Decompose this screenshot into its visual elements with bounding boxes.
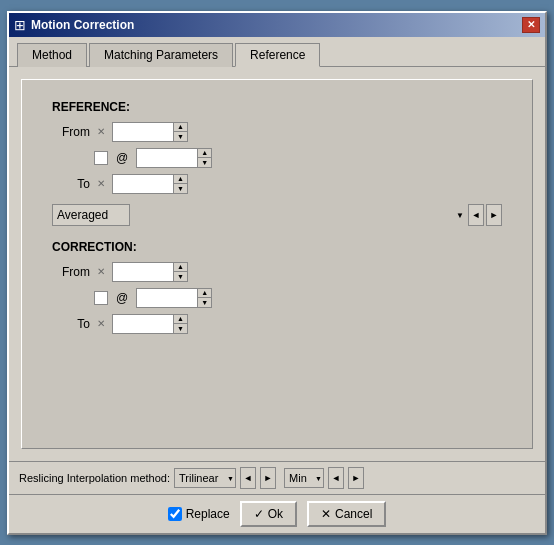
reference-at-spin-down[interactable]: ▼ [198, 158, 211, 167]
reference-at-spin-buttons: ▲ ▼ [197, 149, 211, 167]
min-dropdown-wrapper: Min ▼ [284, 468, 324, 488]
correction-to-spin-buttons: ▲ ▼ [173, 315, 187, 333]
content-area: REFERENCE: From ✕ ▲ ▼ @ [9, 67, 545, 461]
interp-select[interactable]: Trilinear [174, 468, 236, 488]
reference-to-spin-buttons: ▲ ▼ [173, 175, 187, 193]
reference-from-input[interactable] [113, 123, 173, 141]
replace-label: Replace [186, 507, 230, 521]
tab-method[interactable]: Method [17, 43, 87, 67]
reference-to-spin-up[interactable]: ▲ [174, 175, 187, 184]
correction-at-spin-up[interactable]: ▲ [198, 289, 211, 298]
app-icon: ⊞ [14, 17, 26, 33]
interp-nav-left[interactable]: ◄ [240, 467, 256, 489]
reference-nav-left[interactable]: ◄ [468, 204, 484, 226]
reference-at-label: @ [116, 151, 128, 165]
bottom-bar: Reslicing Interpolation method: Trilinea… [9, 461, 545, 494]
tabs-row: Method Matching Parameters Reference [9, 37, 545, 67]
reference-at-input[interactable] [137, 149, 197, 167]
reference-dropdown-wrapper: Averaged ▼ [52, 204, 466, 226]
correction-at-row: @ ▲ ▼ [52, 288, 502, 308]
correction-from-spin-down[interactable]: ▼ [174, 272, 187, 281]
ok-button[interactable]: ✓ Ok [240, 501, 297, 527]
reference-at-spinbox: ▲ ▼ [136, 148, 212, 168]
correction-to-input[interactable] [113, 315, 173, 333]
reference-from-row: From ✕ ▲ ▼ [52, 122, 502, 142]
reference-to-spin-down[interactable]: ▼ [174, 184, 187, 193]
correction-from-spin-up[interactable]: ▲ [174, 263, 187, 272]
correction-from-spinbox: ▲ ▼ [112, 262, 188, 282]
titlebar-left: ⊞ Motion Correction [14, 17, 134, 33]
replace-checkbox[interactable] [168, 507, 182, 521]
correction-to-spin-up[interactable]: ▲ [174, 315, 187, 324]
close-button[interactable]: ✕ [522, 17, 540, 33]
reference-nav-right[interactable]: ► [486, 204, 502, 226]
reference-dropdown[interactable]: Averaged [52, 204, 130, 226]
reference-from-spin-buttons: ▲ ▼ [173, 123, 187, 141]
replace-row: Replace [168, 507, 230, 521]
cancel-button[interactable]: ✕ Cancel [307, 501, 386, 527]
reference-panel: REFERENCE: From ✕ ▲ ▼ @ [21, 79, 533, 449]
ok-check-icon: ✓ [254, 507, 264, 521]
reference-to-row: To ✕ ▲ ▼ [52, 174, 502, 194]
window-title: Motion Correction [31, 18, 134, 32]
interp-nav-right[interactable]: ► [260, 467, 276, 489]
reference-to-spinbox: ▲ ▼ [112, 174, 188, 194]
correction-at-input[interactable] [137, 289, 197, 307]
reference-to-clear[interactable]: ✕ [94, 177, 108, 191]
reference-at-checkbox[interactable] [94, 151, 108, 165]
correction-from-spin-buttons: ▲ ▼ [173, 263, 187, 281]
ok-label: Ok [268, 507, 283, 521]
action-row: Replace ✓ Ok ✕ Cancel [9, 494, 545, 533]
correction-from-label: From [52, 265, 90, 279]
reference-dropdown-row: Averaged ▼ ◄ ► [52, 204, 502, 226]
titlebar: ⊞ Motion Correction ✕ [9, 13, 545, 37]
tab-reference[interactable]: Reference [235, 43, 320, 67]
interp-dropdown-wrapper: Trilinear ▼ [174, 468, 236, 488]
reference-at-row: @ ▲ ▼ [52, 148, 502, 168]
correction-to-row: To ✕ ▲ ▼ [52, 314, 502, 334]
reference-section-label: REFERENCE: [52, 100, 502, 114]
min-nav-left[interactable]: ◄ [328, 467, 344, 489]
min-nav-right[interactable]: ► [348, 467, 364, 489]
reslicing-label: Reslicing Interpolation method: [19, 472, 170, 484]
correction-to-label: To [52, 317, 90, 331]
reference-from-clear[interactable]: ✕ [94, 125, 108, 139]
correction-at-label: @ [116, 291, 128, 305]
correction-from-row: From ✕ ▲ ▼ [52, 262, 502, 282]
cancel-x-icon: ✕ [321, 507, 331, 521]
motion-correction-window: ⊞ Motion Correction ✕ Method Matching Pa… [7, 11, 547, 535]
reference-to-label: To [52, 177, 90, 191]
close-icon: ✕ [527, 19, 535, 30]
correction-from-input[interactable] [113, 263, 173, 281]
min-select[interactable]: Min [284, 468, 324, 488]
correction-to-clear[interactable]: ✕ [94, 317, 108, 331]
cancel-label: Cancel [335, 507, 372, 521]
correction-at-checkbox[interactable] [94, 291, 108, 305]
correction-at-spinbox: ▲ ▼ [136, 288, 212, 308]
reference-from-label: From [52, 125, 90, 139]
correction-to-spin-down[interactable]: ▼ [174, 324, 187, 333]
reference-from-spin-down[interactable]: ▼ [174, 132, 187, 141]
reference-to-input[interactable] [113, 175, 173, 193]
reference-from-spinbox: ▲ ▼ [112, 122, 188, 142]
correction-section-label: CORRECTION: [52, 240, 502, 254]
correction-from-clear[interactable]: ✕ [94, 265, 108, 279]
correction-to-spinbox: ▲ ▼ [112, 314, 188, 334]
correction-at-spin-down[interactable]: ▼ [198, 298, 211, 307]
tab-matching-parameters[interactable]: Matching Parameters [89, 43, 233, 67]
correction-at-spin-buttons: ▲ ▼ [197, 289, 211, 307]
dropdown-arrow-icon: ▼ [456, 210, 464, 219]
reference-from-spin-up[interactable]: ▲ [174, 123, 187, 132]
reference-at-spin-up[interactable]: ▲ [198, 149, 211, 158]
